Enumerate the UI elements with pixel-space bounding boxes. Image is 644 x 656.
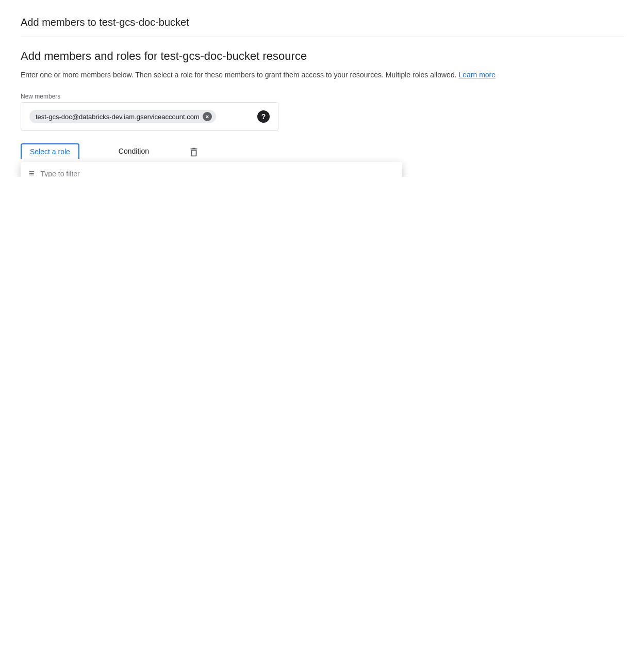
filter-input[interactable]: [41, 170, 394, 177]
select-role-button[interactable]: Select a role: [21, 143, 79, 159]
member-chip: test-gcs-doc@databricks-dev.iam.gservice…: [29, 110, 216, 123]
description-text: Enter one or more members below. Then se…: [21, 69, 623, 80]
help-icon[interactable]: ?: [257, 110, 270, 123]
section-title: Add members and roles for test-gcs-doc-b…: [21, 50, 623, 63]
roles-row: Select a role Condition ≡ All roles Clou…: [21, 143, 623, 160]
filter-row: ≡: [21, 162, 402, 177]
members-input-box[interactable]: test-gcs-doc@databricks-dev.iam.gservice…: [21, 102, 278, 131]
role-dropdown: ≡ All roles Cloud BuildCloud ComposerClo…: [21, 162, 402, 177]
learn-more-link[interactable]: Learn more: [458, 71, 496, 79]
new-members-section: New members test-gcs-doc@databricks-dev.…: [21, 93, 623, 131]
page-title: Add members to test-gcs-doc-bucket: [21, 17, 623, 37]
condition-label: Condition: [110, 144, 157, 158]
chip-email: test-gcs-doc@databricks-dev.iam.gservice…: [36, 113, 200, 121]
select-role-area: Select a role Condition ≡ All roles Clou…: [21, 143, 157, 159]
filter-icon: ≡: [29, 168, 35, 177]
delete-role-icon[interactable]: [188, 149, 200, 160]
chip-close-button[interactable]: ×: [203, 112, 212, 121]
new-members-label: New members: [21, 93, 623, 100]
